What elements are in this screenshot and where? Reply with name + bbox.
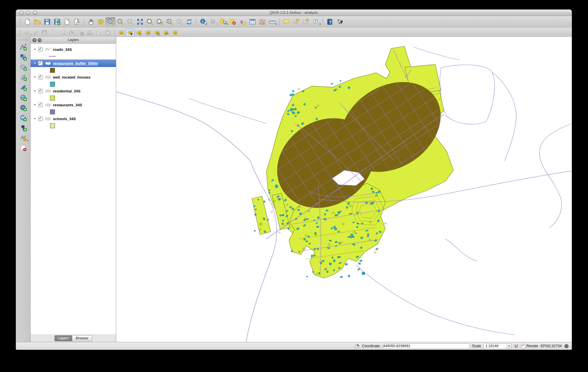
dropdown-arrow-icon[interactable]: ▾	[276, 23, 277, 25]
layer-item-residential_34S[interactable]: ▼residential_34S	[31, 87, 116, 95]
add-wfs-layer-button[interactable]	[18, 113, 28, 122]
add-wcs-layer-button[interactable]	[18, 103, 28, 112]
remove-layer-button[interactable]	[18, 143, 28, 153]
layer-expand-icon[interactable]: ▼	[34, 117, 36, 120]
scale-lock-icon[interactable]	[514, 344, 519, 349]
layer-visibility-checkbox[interactable]	[38, 103, 43, 107]
tag-pin2-icon: ab	[136, 29, 142, 36]
layer-visibility-checkbox[interactable]	[38, 47, 43, 52]
layer-expand-icon[interactable]: ▼	[34, 103, 36, 106]
crs-status-icon[interactable]	[564, 344, 569, 349]
measure-button[interactable]: ▾	[267, 17, 277, 26]
layer-visibility-checkbox[interactable]	[38, 75, 43, 79]
add-raster-layer-button[interactable]	[18, 52, 28, 62]
open-attribute-table-button[interactable]	[247, 17, 257, 26]
title-bar[interactable]: QGIS 2.0.1-Dufour - analysis	[16, 10, 572, 16]
select-by-expression-button[interactable]: ε	[238, 17, 247, 26]
render-toggle[interactable]: Render	[521, 344, 538, 348]
new-spatialite-layer-button[interactable]	[18, 123, 28, 133]
new-bookmark-button[interactable]: ✳	[291, 17, 301, 26]
pan-to-selection-button[interactable]	[96, 17, 106, 26]
change-label-properties-button[interactable]: abc	[170, 29, 179, 36]
svg-text:✳: ✳	[64, 22, 66, 25]
field-calculator-button[interactable]	[257, 17, 267, 26]
new-project-button[interactable]	[23, 17, 32, 26]
add-vector-layer-button[interactable]	[18, 42, 28, 52]
render-checkbox[interactable]	[521, 344, 525, 348]
layer-swatch[interactable]	[50, 123, 55, 128]
rotate-label-button[interactable]: abc	[161, 29, 170, 36]
zoom-to-selection-button[interactable]	[145, 17, 155, 26]
scale-combo[interactable]: 1:18148 ▼	[483, 343, 511, 349]
add-postgis-layer-button[interactable]	[18, 62, 28, 72]
new-print-composer-button[interactable]: ✳	[62, 17, 72, 26]
layer-item-schools_34S[interactable]: ▼schools_34S	[31, 115, 116, 122]
move-feature-button	[58, 29, 67, 36]
polygon-geometry-icon	[45, 89, 51, 93]
manage-layers-toolbar: ✳▾	[16, 37, 31, 342]
zoom-to-layer-button[interactable]	[155, 17, 164, 26]
layer-swatch[interactable]	[50, 82, 55, 87]
scale-dropdown-icon[interactable]: ▼	[507, 344, 511, 349]
progress-indicator-icon	[355, 344, 360, 349]
panel-tab-browser[interactable]: Browser	[72, 335, 92, 341]
zoom-full-button[interactable]	[135, 17, 145, 26]
save-project-button[interactable]	[42, 17, 52, 26]
highlight-pinned-labels-button[interactable]: ab	[134, 29, 143, 36]
zoom-in-button[interactable]	[106, 17, 115, 26]
deselect-features-button[interactable]	[228, 17, 238, 26]
whats-this-button[interactable]: ?	[335, 17, 345, 26]
layer-visibility-checkbox[interactable]	[38, 116, 43, 121]
mag-layer-icon	[156, 18, 163, 25]
floppy-pencil-icon	[42, 29, 48, 36]
layer-item-restaurants_34S[interactable]: ▼restaurants_34S	[31, 101, 116, 109]
zoom-out-button[interactable]	[115, 17, 125, 26]
layer-expand-icon[interactable]: ▼	[34, 76, 36, 79]
svg-text:abc: abc	[147, 31, 150, 34]
map-canvas[interactable]	[116, 37, 572, 342]
coordinate-input[interactable]: 445050,6236891	[383, 343, 470, 349]
open-project-button[interactable]	[32, 17, 42, 26]
new-shapefile-layer-button[interactable]: ✳▾	[18, 133, 28, 143]
add-mssql-layer-button[interactable]	[18, 83, 28, 92]
show-hide-labels-button[interactable]: abc	[143, 29, 152, 36]
layer-symbology-row	[31, 109, 116, 115]
layer-item-well_located_houses[interactable]: ▼well_located_houses	[31, 73, 116, 81]
layer-visibility-checkbox[interactable]	[38, 89, 43, 93]
layer-expand-icon[interactable]: ▼	[34, 62, 36, 65]
add-spatialite-layer-button[interactable]	[18, 72, 28, 82]
text-annotation-button[interactable]: T▾	[311, 17, 321, 26]
identify-features-button[interactable]: i	[198, 17, 208, 26]
layer-item-roads_34S[interactable]: ▼roads_34S	[31, 46, 116, 53]
layer-expand-icon[interactable]: ▼	[34, 48, 36, 51]
svg-text:✳: ✳	[24, 138, 26, 141]
composer-manager-button[interactable]	[72, 17, 82, 26]
layer-swatch[interactable]	[49, 56, 56, 57]
layer-swatch[interactable]	[50, 109, 55, 114]
page-icon	[24, 18, 31, 25]
move-label-button[interactable]: abc	[152, 29, 161, 36]
zoom-last-button[interactable]	[164, 17, 174, 26]
layer-expand-icon[interactable]: ▼	[34, 90, 36, 92]
layer-swatch[interactable]	[50, 96, 55, 101]
pan-map-button[interactable]	[86, 17, 96, 26]
gear-icon	[210, 18, 217, 25]
map-refresh-button[interactable]	[184, 17, 194, 26]
save-project-as-button[interactable]	[52, 17, 62, 26]
layer-visibility-checkbox[interactable]	[38, 61, 43, 66]
dropdown-arrow-icon[interactable]: ▾	[319, 23, 321, 25]
dropdown-arrow-icon[interactable]: ▾	[27, 140, 28, 142]
show-bookmarks-button[interactable]	[301, 17, 311, 26]
tag-eye-icon: abc	[145, 29, 151, 36]
add-wms-layer-button[interactable]	[18, 93, 28, 102]
labeling-options-button[interactable]: abc	[117, 29, 125, 36]
select-features-button[interactable]: ▾	[218, 17, 228, 26]
layer-item-restaurants_buffer_500m[interactable]: ▼restaurants_buffer_500m	[31, 59, 116, 67]
layer-swatch[interactable]	[50, 68, 55, 73]
panel-tab-layers[interactable]: Layers	[54, 335, 72, 341]
save-layer-edits-button	[40, 29, 49, 36]
help-contents-button[interactable]: ?	[325, 17, 335, 26]
pin-labels-button[interactable]: ab	[125, 29, 134, 36]
map-tips-button[interactable]	[281, 17, 291, 26]
tag-move-icon: abc	[154, 29, 160, 36]
